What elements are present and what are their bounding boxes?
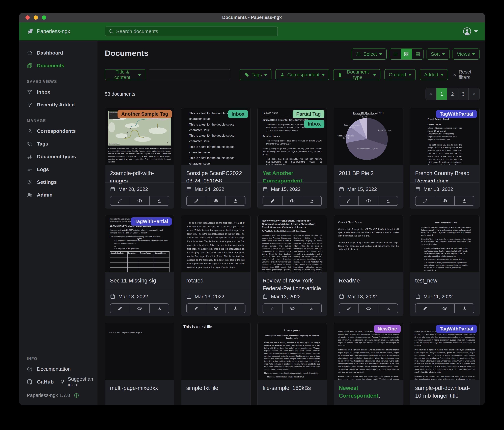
document-title-link[interactable]: Sec 11-Missing sig [110,277,169,284]
tag-badge[interactable]: TagWithPartial [436,110,477,118]
edit-button[interactable] [415,196,435,206]
sidebar-item-tags[interactable]: Tags [19,138,97,150]
edit-button[interactable] [110,196,130,206]
document-type-filter-button[interactable]: Document type [333,69,380,80]
global-search[interactable] [105,27,278,36]
preview-button[interactable] [359,196,378,206]
sidebar-item-correspondents[interactable]: Correspondents [19,125,97,138]
document-thumbnail[interactable]: Release NotesSimba ODBC Driver for SQL S… [258,108,327,165]
reset-filters-button[interactable]: × Reset filters [453,69,479,80]
suggest-idea-link[interactable]: Suggest an idea [60,376,97,388]
download-button[interactable] [226,196,245,206]
edit-button[interactable] [263,196,282,206]
download-button[interactable] [150,196,169,206]
brand[interactable]: Paperless-ngx [19,28,97,35]
views-button[interactable]: Views [452,48,479,60]
download-button[interactable] [378,196,398,206]
edit-button[interactable] [263,304,282,313]
document-card[interactable]: Lorem ipsum dolor sit amet, consectetur … [410,323,479,405]
download-button[interactable] [455,196,474,206]
close-window-button[interactable] [26,15,30,20]
tag-badge[interactable]: Partial Tag [293,110,324,118]
correspondent-filter-button[interactable]: Correspondent [276,69,329,80]
document-card[interactable]: This is a multi page document. Page 1.mu… [105,323,174,405]
document-thumbnail[interactable]: Adobe Acrobat PDF FilesAdobe® Portable D… [410,215,479,272]
sidebar-item-settings[interactable]: Settings [19,176,97,188]
tag-badge[interactable]: TagWithPartial [436,325,477,333]
download-button[interactable] [226,304,245,313]
preview-button[interactable] [359,304,378,313]
sidebar-item-documents[interactable]: Documents [19,59,97,72]
tag-badge[interactable]: NewOne [374,325,401,333]
preview-button[interactable] [130,196,150,206]
document-card[interactable]: Adobe Acrobat PDF FilesAdobe® Portable D… [410,215,479,316]
tag-badge[interactable]: Inbox [228,110,248,118]
sidebar-item-dashboard[interactable]: Dashboard [19,47,97,59]
document-thumbnail[interactable]: Patient BP Distribution 2011Isolated Sys… [334,108,403,165]
pagination-first[interactable]: « [426,88,436,100]
document-thumbnail[interactable]: Contact Sheet DemoGiven a set of image f… [334,215,403,272]
preview-button[interactable] [282,304,302,313]
document-card[interactable]: This is a test for the double space char… [181,108,251,208]
edit-button[interactable] [415,304,435,313]
pagination-page-2[interactable]: 2 [447,88,458,100]
document-title-link[interactable]: 2011 BP Pie 2 [339,169,398,177]
document-title-link[interactable]: Newest Correspondent: f_combineds [339,384,398,400]
tag-badge[interactable]: Another Sample Tag [117,110,172,118]
document-title-link[interactable]: file-sample_150kBs [262,384,322,392]
preview-button[interactable] [130,304,150,313]
sidebar-item-document-types[interactable]: Document types [19,150,97,163]
document-card[interactable]: Lorem ipsum dolor sit amet, consectetur … [334,323,403,405]
added-filter-button[interactable]: Added [420,69,448,80]
select-button[interactable]: Select [351,48,387,60]
document-title-link[interactable]: sample-pdf-download-10-mb-longer-title [415,384,474,400]
download-button[interactable] [302,304,321,313]
document-card[interactable]: Contact Sheet DemoGiven a set of image f… [334,215,403,316]
created-filter-button[interactable]: Created [385,69,416,80]
document-card[interactable]: This is a test file.simple txt file [181,323,251,405]
maximize-window-button[interactable] [42,15,46,20]
pagination-page-1[interactable]: 1 [436,88,447,100]
download-button[interactable] [455,304,474,313]
document-thumbnail[interactable]: This is the text that appears on the fir… [181,215,251,272]
tag-badge[interactable]: TagWithPartial [131,217,172,225]
document-thumbnail[interactable]: Lorem ipsum dolor sit amet, consectetur … [334,323,403,380]
download-button[interactable] [302,196,321,206]
edit-button[interactable] [339,304,359,313]
document-thumbnail[interactable]: Lorem ipsumLorem ipsum dolor sit amet, c… [258,323,327,380]
sidebar-item-admin[interactable]: Admin [19,188,97,201]
download-button[interactable] [150,304,169,313]
preview-button[interactable] [206,196,226,206]
pagination-last[interactable]: » [469,88,479,100]
document-card[interactable]: Lorem ipsumLorem ipsum dolor sit amet, c… [257,323,327,405]
document-thumbnail[interactable]: Lorem ipsum dolor sit amet, consectetur … [410,323,479,380]
tags-filter-button[interactable]: Tags [240,69,271,80]
preview-button[interactable] [435,196,455,206]
pagination-page-3[interactable]: 3 [458,88,469,100]
document-thumbnail[interactable]: Application for Medical Staff MembersGoo… [105,215,174,272]
sidebar-item-documentation[interactable]: Documentation [19,363,97,375]
sort-button[interactable]: Sort [427,48,450,60]
download-button[interactable] [378,304,398,313]
document-card[interactable]: NBoundary Waters TripGoogle EarthCurabit… [105,108,174,208]
document-thumbnail[interactable]: French Country BreadFor the Leaven1 heap… [410,108,479,165]
search-input[interactable] [116,28,274,34]
document-thumbnail[interactable]: This is a test for the double space char… [181,108,251,165]
document-title-link[interactable]: multi-page-mixedxx [110,384,169,392]
document-card[interactable]: Review of New York Federal Petitions for… [257,215,327,316]
info-circle-icon[interactable] [74,393,79,398]
edit-button[interactable] [339,196,359,206]
sidebar-item-inbox[interactable]: Inbox [19,86,97,98]
view-list-button[interactable] [390,49,401,59]
view-details-button[interactable] [412,49,423,59]
document-card[interactable]: Application for Medical Staff MembersGoo… [105,215,174,316]
document-title-link[interactable]: simple txt file [186,384,245,392]
view-grid-button[interactable] [401,49,412,59]
filter-query-input[interactable] [149,69,231,80]
sidebar-item-recently-added[interactable]: Recently Added [19,98,97,111]
title-content-dropdown[interactable]: Title & content [105,69,145,80]
tag-badge[interactable]: Inbox [304,120,324,128]
preview-button[interactable] [282,196,302,206]
document-card[interactable]: French Country BreadFor the Leaven1 heap… [410,108,479,208]
document-card[interactable]: Patient BP Distribution 2011Isolated Sys… [334,108,403,208]
